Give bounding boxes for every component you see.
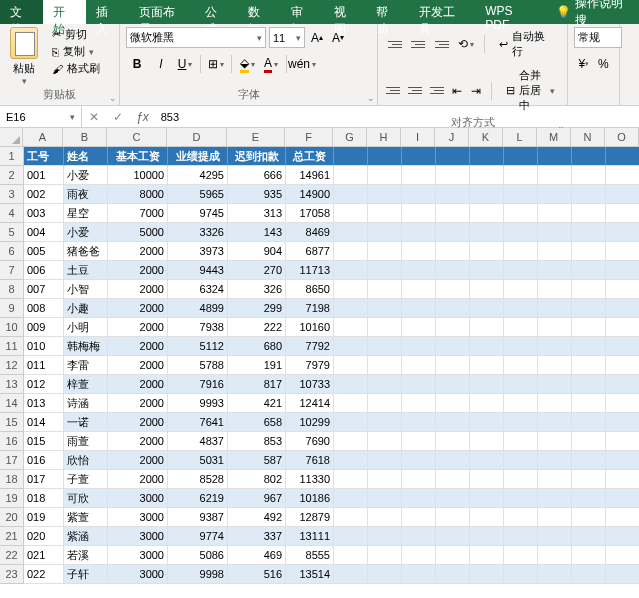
menu-layout[interactable]: 页面布局 [129, 0, 195, 24]
cell-D23[interactable]: 9998 [168, 565, 228, 584]
row-header-8[interactable]: 8 [0, 280, 24, 299]
row-header-19[interactable]: 19 [0, 489, 24, 508]
cell-I4[interactable] [402, 204, 436, 223]
cell-B10[interactable]: 小明 [64, 318, 108, 337]
cell-O20[interactable] [606, 508, 639, 527]
cell-M19[interactable] [538, 489, 572, 508]
col-header-G[interactable]: G [333, 128, 367, 147]
cell-G20[interactable] [334, 508, 368, 527]
row-header-20[interactable]: 20 [0, 508, 24, 527]
cell-C23[interactable]: 3000 [108, 565, 168, 584]
cell-N17[interactable] [572, 451, 606, 470]
italic-button[interactable]: I [150, 53, 172, 75]
cell-M21[interactable] [538, 527, 572, 546]
cell-E22[interactable]: 469 [228, 546, 286, 565]
cell-A14[interactable]: 013 [24, 394, 64, 413]
cell-H4[interactable] [368, 204, 402, 223]
cell-E9[interactable]: 299 [228, 299, 286, 318]
cell-C20[interactable]: 3000 [108, 508, 168, 527]
cell-H10[interactable] [368, 318, 402, 337]
cell-N1[interactable] [572, 147, 606, 166]
cell-F10[interactable]: 10160 [286, 318, 334, 337]
cell-K5[interactable] [470, 223, 504, 242]
cell-I5[interactable] [402, 223, 436, 242]
orientation-button[interactable]: ⟲▾ [455, 33, 477, 55]
cell-F17[interactable]: 7618 [286, 451, 334, 470]
font-color-button[interactable]: A▾ [260, 53, 282, 75]
cell-I21[interactable] [402, 527, 436, 546]
cell-K18[interactable] [470, 470, 504, 489]
cell-F18[interactable]: 11330 [286, 470, 334, 489]
cell-C10[interactable]: 2000 [108, 318, 168, 337]
cell-D5[interactable]: 3326 [168, 223, 228, 242]
cell-O18[interactable] [606, 470, 639, 489]
col-header-A[interactable]: A [23, 128, 63, 147]
cell-D20[interactable]: 9387 [168, 508, 228, 527]
cell-B5[interactable]: 小爱 [64, 223, 108, 242]
cell-L6[interactable] [504, 242, 538, 261]
cell-H12[interactable] [368, 356, 402, 375]
row-header-11[interactable]: 11 [0, 337, 24, 356]
cell-H18[interactable] [368, 470, 402, 489]
cell-N18[interactable] [572, 470, 606, 489]
increase-font-button[interactable]: A▴ [308, 29, 326, 47]
cell-H21[interactable] [368, 527, 402, 546]
cell-M6[interactable] [538, 242, 572, 261]
row-header-21[interactable]: 21 [0, 527, 24, 546]
cell-K16[interactable] [470, 432, 504, 451]
cell-O4[interactable] [606, 204, 639, 223]
cell-F22[interactable]: 8555 [286, 546, 334, 565]
cell-N3[interactable] [572, 185, 606, 204]
cell-O19[interactable] [606, 489, 639, 508]
menu-view[interactable]: 视图 [324, 0, 367, 24]
cell-D22[interactable]: 5086 [168, 546, 228, 565]
cell-A6[interactable]: 005 [24, 242, 64, 261]
cell-B22[interactable]: 若溪 [64, 546, 108, 565]
cell-F6[interactable]: 6877 [286, 242, 334, 261]
cell-K23[interactable] [470, 565, 504, 584]
col-header-B[interactable]: B [63, 128, 107, 147]
cell-E23[interactable]: 516 [228, 565, 286, 584]
cell-E7[interactable]: 270 [228, 261, 286, 280]
cell-H14[interactable] [368, 394, 402, 413]
cell-J13[interactable] [436, 375, 470, 394]
row-header-6[interactable]: 6 [0, 242, 24, 261]
cell-C9[interactable]: 2000 [108, 299, 168, 318]
cell-B18[interactable]: 子萱 [64, 470, 108, 489]
cell-I7[interactable] [402, 261, 436, 280]
cell-M11[interactable] [538, 337, 572, 356]
cell-O5[interactable] [606, 223, 639, 242]
cell-A11[interactable]: 010 [24, 337, 64, 356]
cell-E8[interactable]: 326 [228, 280, 286, 299]
cell-I12[interactable] [402, 356, 436, 375]
cell-D3[interactable]: 5965 [168, 185, 228, 204]
row-header-18[interactable]: 18 [0, 470, 24, 489]
cell-M17[interactable] [538, 451, 572, 470]
cell-L2[interactable] [504, 166, 538, 185]
cell-I6[interactable] [402, 242, 436, 261]
row-header-9[interactable]: 9 [0, 299, 24, 318]
cell-K7[interactable] [470, 261, 504, 280]
row-header-14[interactable]: 14 [0, 394, 24, 413]
cell-N15[interactable] [572, 413, 606, 432]
cell-A18[interactable]: 017 [24, 470, 64, 489]
cell-K19[interactable] [470, 489, 504, 508]
cell-E10[interactable]: 222 [228, 318, 286, 337]
cell-D11[interactable]: 5112 [168, 337, 228, 356]
col-header-E[interactable]: E [227, 128, 285, 147]
cell-N11[interactable] [572, 337, 606, 356]
cell-F7[interactable]: 11713 [286, 261, 334, 280]
cell-M23[interactable] [538, 565, 572, 584]
menu-data[interactable]: 数据 [238, 0, 281, 24]
cell-N22[interactable] [572, 546, 606, 565]
cell-O10[interactable] [606, 318, 639, 337]
cell-B13[interactable]: 梓萱 [64, 375, 108, 394]
col-header-M[interactable]: M [537, 128, 571, 147]
row-header-13[interactable]: 13 [0, 375, 24, 394]
decrease-indent-button[interactable]: ⇤ [450, 80, 465, 102]
cell-B14[interactable]: 诗涵 [64, 394, 108, 413]
cell-B15[interactable]: 一诺 [64, 413, 108, 432]
cell-L7[interactable] [504, 261, 538, 280]
cell-A8[interactable]: 007 [24, 280, 64, 299]
cell-N7[interactable] [572, 261, 606, 280]
